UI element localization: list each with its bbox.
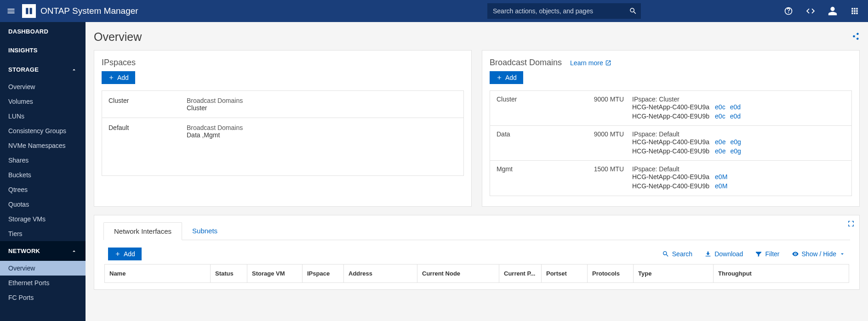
plus-icon xyxy=(108,74,114,81)
sidebar-item-quotas[interactable]: Quotas xyxy=(0,197,86,212)
port-link[interactable]: e0g xyxy=(730,138,741,147)
search-button[interactable] xyxy=(625,3,641,19)
port-link[interactable]: e0M xyxy=(715,182,727,191)
column-current-port[interactable]: Current P... xyxy=(499,265,542,282)
sidebar-item-fc-ports[interactable]: FC Ports xyxy=(0,290,86,305)
sidebar-item-volumes[interactable]: Volumes xyxy=(0,94,86,109)
column-throughput[interactable]: Throughput xyxy=(714,265,849,282)
code-button[interactable] xyxy=(801,2,820,20)
sidebar-item-buckets[interactable]: Buckets xyxy=(0,168,86,182)
download-icon xyxy=(704,250,712,258)
help-icon xyxy=(784,6,793,16)
filter-icon xyxy=(755,250,762,258)
add-interface-button[interactable]: Add xyxy=(108,248,142,260)
tab-network-interfaces[interactable]: Network Interfaces xyxy=(103,222,182,240)
code-icon xyxy=(805,6,816,16)
node-name: HCG-NetApp-C400-E9U9a xyxy=(632,103,709,112)
broadcast-row[interactable]: Cluster9000 MTUIPspace: ClusterHCG-NetAp… xyxy=(490,91,851,126)
column-portset[interactable]: Portset xyxy=(542,265,588,282)
node-name: HCG-NetApp-C400-E9U9b xyxy=(632,147,709,156)
menu-toggle-button[interactable] xyxy=(0,0,22,22)
app-title: ONTAP System Manager xyxy=(40,6,138,16)
expand-button[interactable] xyxy=(847,220,855,229)
column-ipspace[interactable]: IPspace xyxy=(303,265,344,282)
port-link[interactable]: e0c xyxy=(715,103,725,112)
add-ipspace-button[interactable]: Add xyxy=(102,71,135,84)
broadcast-table: Cluster9000 MTUIPspace: ClusterHCG-NetAp… xyxy=(490,90,852,196)
add-label: Add xyxy=(117,74,129,81)
chevron-down-icon xyxy=(839,251,845,257)
sidebar-item-consistency-groups[interactable]: Consistency Groups xyxy=(0,124,86,138)
sidebar-item-tiers[interactable]: Tiers xyxy=(0,226,86,241)
eye-icon xyxy=(792,250,799,258)
download-button[interactable]: Download xyxy=(704,250,743,258)
node-name: HCG-NetApp-C400-E9U9b xyxy=(632,112,709,121)
ipspaces-title: IPspaces xyxy=(102,58,136,68)
sidebar-item-shares[interactable]: Shares xyxy=(0,153,86,168)
broadcast-row[interactable]: Data9000 MTUIPspace: DefaultHCG-NetApp-C… xyxy=(490,126,851,161)
column-address[interactable]: Address xyxy=(344,265,417,282)
filter-button[interactable]: Filter xyxy=(755,250,779,258)
column-status[interactable]: Status xyxy=(211,265,247,282)
sidebar-item-insights[interactable]: INSIGHTS xyxy=(0,41,86,60)
port-link[interactable]: e0d xyxy=(730,112,741,121)
user-icon xyxy=(828,6,838,16)
port-link[interactable]: e0d xyxy=(730,103,741,112)
add-broadcast-button[interactable]: Add xyxy=(490,71,523,84)
app-header: ONTAP System Manager xyxy=(0,0,868,22)
search-input[interactable] xyxy=(487,3,625,19)
sidebar-item-ethernet-ports[interactable]: Ethernet Ports xyxy=(0,276,86,290)
plus-icon xyxy=(496,74,503,81)
port-link[interactable]: e0g xyxy=(730,147,741,156)
ipspace-row[interactable]: DefaultBroadcast DomainsData ,Mgmt xyxy=(102,118,463,145)
expand-icon xyxy=(847,220,855,227)
learn-more-link[interactable]: Learn more xyxy=(570,59,611,67)
column-protocols[interactable]: Protocols xyxy=(588,265,634,282)
bd-name: Cluster xyxy=(497,96,593,103)
sidebar-item-luns[interactable]: LUNs xyxy=(0,109,86,124)
help-button[interactable] xyxy=(779,2,798,20)
bd-ipspace: IPspace: Cluster xyxy=(632,96,845,103)
column-current-node[interactable]: Current Node xyxy=(417,265,499,282)
node-name: HCG-NetApp-C400-E9U9a xyxy=(632,138,709,147)
bd-name: Mgmt xyxy=(497,165,593,173)
bd-name: Data xyxy=(497,130,593,138)
port-link[interactable]: e0e xyxy=(715,147,725,156)
column-storage-vm[interactable]: Storage VM xyxy=(247,265,303,282)
sidebar-item-dashboard[interactable]: DASHBOARD xyxy=(0,22,86,41)
sidebar-section-storage[interactable]: STORAGE xyxy=(0,60,86,79)
broadcast-row[interactable]: Mgmt1500 MTUIPspace: DefaultHCG-NetApp-C… xyxy=(490,161,851,195)
bd-label: Broadcast Domains xyxy=(187,97,457,104)
add-label: Add xyxy=(124,250,135,258)
sidebar-item-overview[interactable]: Overview xyxy=(0,79,86,94)
port-link[interactable]: e0e xyxy=(715,138,725,147)
sidebar-section-network[interactable]: NETWORK xyxy=(0,241,86,261)
search-bar xyxy=(487,3,641,19)
port-link[interactable]: e0c xyxy=(715,112,725,121)
ipspace-row[interactable]: ClusterBroadcast DomainsCluster xyxy=(102,91,463,118)
port-link[interactable]: e0M xyxy=(715,173,727,182)
sidebar-label: STORAGE xyxy=(8,66,39,73)
user-button[interactable] xyxy=(823,2,842,20)
apps-button[interactable] xyxy=(845,2,864,20)
column-name[interactable]: Name xyxy=(105,265,211,282)
bd-label: Broadcast Domains xyxy=(187,124,457,131)
ipspace-name: Cluster xyxy=(108,97,187,112)
sidebar-item-overview[interactable]: Overview xyxy=(0,261,86,276)
column-type[interactable]: Type xyxy=(634,265,714,282)
showhide-button[interactable]: Show / Hide xyxy=(792,250,845,258)
bd-ipspace: IPspace: Default xyxy=(632,165,845,173)
apps-icon xyxy=(850,6,859,16)
bd-mtu: 9000 MTU xyxy=(593,130,632,138)
sidebar-item-qtrees[interactable]: Qtrees xyxy=(0,182,86,197)
sidebar-label: NETWORK xyxy=(8,248,40,254)
plus-icon xyxy=(114,251,121,257)
table-header: Name Status Storage VM IPspace Address C… xyxy=(105,265,849,282)
tab-subnets[interactable]: Subnets xyxy=(182,222,228,240)
sidebar-item-nvme-namespaces[interactable]: NVMe Namespaces xyxy=(0,138,86,153)
table-search-button[interactable]: Search xyxy=(662,250,692,258)
node-name: HCG-NetApp-C400-E9U9a xyxy=(632,173,709,182)
share-button[interactable] xyxy=(851,32,860,42)
sidebar-item-storage-vms[interactable]: Storage VMs xyxy=(0,212,86,226)
netapp-icon xyxy=(25,7,33,15)
